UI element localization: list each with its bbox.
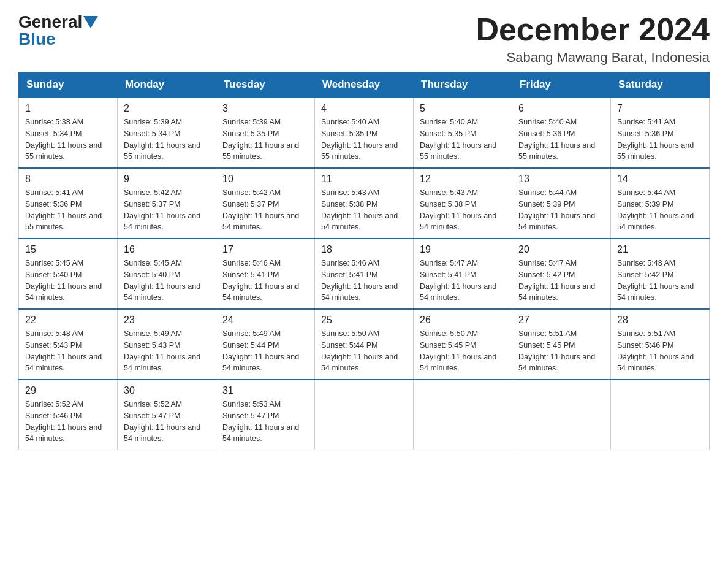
weekday-header-thursday: Thursday — [414, 72, 512, 98]
day-number: 29 — [25, 385, 111, 396]
logo: General Blue — [18, 12, 98, 49]
day-number: 7 — [617, 103, 703, 114]
week-row-4: 22Sunrise: 5:48 AMSunset: 5:43 PMDayligh… — [19, 309, 710, 380]
calendar-cell: 21Sunrise: 5:48 AMSunset: 5:42 PMDayligh… — [611, 239, 710, 309]
calendar-cell: 18Sunrise: 5:46 AMSunset: 5:41 PMDayligh… — [315, 239, 414, 309]
day-info: Sunrise: 5:41 AMSunset: 5:36 PMDaylight:… — [25, 187, 111, 233]
day-number: 19 — [420, 244, 506, 255]
calendar-cell: 30Sunrise: 5:52 AMSunset: 5:47 PMDayligh… — [118, 380, 216, 450]
week-row-1: 1Sunrise: 5:38 AMSunset: 5:34 PMDaylight… — [19, 98, 710, 168]
day-number: 21 — [617, 244, 703, 255]
day-info: Sunrise: 5:53 AMSunset: 5:47 PMDaylight:… — [222, 399, 308, 445]
calendar-cell: 28Sunrise: 5:51 AMSunset: 5:46 PMDayligh… — [611, 309, 710, 380]
day-number: 5 — [420, 103, 506, 114]
day-number: 23 — [124, 315, 210, 326]
calendar-cell: 2Sunrise: 5:39 AMSunset: 5:34 PMDaylight… — [118, 98, 216, 168]
day-number: 24 — [222, 315, 308, 326]
calendar-cell — [315, 380, 414, 450]
day-number: 15 — [25, 244, 111, 255]
day-number: 25 — [321, 315, 407, 326]
day-info: Sunrise: 5:38 AMSunset: 5:34 PMDaylight:… — [25, 117, 111, 163]
day-info: Sunrise: 5:52 AMSunset: 5:46 PMDaylight:… — [25, 399, 111, 445]
calendar-cell: 10Sunrise: 5:42 AMSunset: 5:37 PMDayligh… — [216, 168, 315, 239]
calendar-cell: 16Sunrise: 5:45 AMSunset: 5:40 PMDayligh… — [118, 239, 216, 309]
calendar-cell: 17Sunrise: 5:46 AMSunset: 5:41 PMDayligh… — [216, 239, 315, 309]
calendar-cell: 24Sunrise: 5:49 AMSunset: 5:44 PMDayligh… — [216, 309, 315, 380]
day-number: 1 — [25, 103, 111, 114]
month-title: December 2024 — [476, 12, 710, 47]
calendar-cell: 13Sunrise: 5:44 AMSunset: 5:39 PMDayligh… — [512, 168, 611, 239]
day-info: Sunrise: 5:39 AMSunset: 5:35 PMDaylight:… — [222, 117, 308, 163]
calendar-cell: 3Sunrise: 5:39 AMSunset: 5:35 PMDaylight… — [216, 98, 315, 168]
day-number: 27 — [518, 315, 604, 326]
calendar-cell: 4Sunrise: 5:40 AMSunset: 5:35 PMDaylight… — [315, 98, 414, 168]
day-info: Sunrise: 5:50 AMSunset: 5:45 PMDaylight:… — [420, 328, 506, 374]
day-number: 4 — [321, 103, 407, 114]
day-info: Sunrise: 5:48 AMSunset: 5:42 PMDaylight:… — [617, 258, 703, 304]
day-number: 14 — [617, 174, 703, 185]
weekday-header-sunday: Sunday — [19, 72, 118, 98]
calendar-cell: 22Sunrise: 5:48 AMSunset: 5:43 PMDayligh… — [19, 309, 118, 380]
day-info: Sunrise: 5:40 AMSunset: 5:36 PMDaylight:… — [518, 117, 604, 163]
calendar-cell: 14Sunrise: 5:44 AMSunset: 5:39 PMDayligh… — [611, 168, 710, 239]
day-number: 26 — [420, 315, 506, 326]
weekday-header-saturday: Saturday — [611, 72, 710, 98]
calendar-table: SundayMondayTuesdayWednesdayThursdayFrid… — [18, 72, 710, 450]
day-number: 12 — [420, 174, 506, 185]
calendar-cell: 23Sunrise: 5:49 AMSunset: 5:43 PMDayligh… — [118, 309, 216, 380]
day-info: Sunrise: 5:45 AMSunset: 5:40 PMDaylight:… — [25, 258, 111, 304]
calendar-cell: 12Sunrise: 5:43 AMSunset: 5:38 PMDayligh… — [414, 168, 512, 239]
day-info: Sunrise: 5:51 AMSunset: 5:45 PMDaylight:… — [518, 328, 604, 374]
day-info: Sunrise: 5:47 AMSunset: 5:41 PMDaylight:… — [420, 258, 506, 304]
day-info: Sunrise: 5:41 AMSunset: 5:36 PMDaylight:… — [617, 117, 703, 163]
calendar-cell: 29Sunrise: 5:52 AMSunset: 5:46 PMDayligh… — [19, 380, 118, 450]
weekday-header-tuesday: Tuesday — [216, 72, 315, 98]
calendar-header-row: SundayMondayTuesdayWednesdayThursdayFrid… — [19, 72, 710, 98]
day-info: Sunrise: 5:46 AMSunset: 5:41 PMDaylight:… — [222, 258, 308, 304]
day-info: Sunrise: 5:39 AMSunset: 5:34 PMDaylight:… — [124, 117, 210, 163]
day-number: 16 — [124, 244, 210, 255]
day-number: 20 — [518, 244, 604, 255]
day-number: 6 — [518, 103, 604, 114]
day-info: Sunrise: 5:49 AMSunset: 5:44 PMDaylight:… — [222, 328, 308, 374]
calendar-cell: 5Sunrise: 5:40 AMSunset: 5:35 PMDaylight… — [414, 98, 512, 168]
day-info: Sunrise: 5:43 AMSunset: 5:38 PMDaylight:… — [321, 187, 407, 233]
weekday-header-friday: Friday — [512, 72, 611, 98]
day-info: Sunrise: 5:43 AMSunset: 5:38 PMDaylight:… — [420, 187, 506, 233]
day-number: 13 — [518, 174, 604, 185]
calendar-cell: 20Sunrise: 5:47 AMSunset: 5:42 PMDayligh… — [512, 239, 611, 309]
weekday-header-monday: Monday — [118, 72, 216, 98]
calendar-cell: 26Sunrise: 5:50 AMSunset: 5:45 PMDayligh… — [414, 309, 512, 380]
day-info: Sunrise: 5:42 AMSunset: 5:37 PMDaylight:… — [222, 187, 308, 233]
day-info: Sunrise: 5:50 AMSunset: 5:44 PMDaylight:… — [321, 328, 407, 374]
calendar-cell: 7Sunrise: 5:41 AMSunset: 5:36 PMDaylight… — [611, 98, 710, 168]
location-subtitle: Sabang Mawang Barat, Indonesia — [476, 50, 710, 66]
day-info: Sunrise: 5:51 AMSunset: 5:46 PMDaylight:… — [617, 328, 703, 374]
calendar-cell: 15Sunrise: 5:45 AMSunset: 5:40 PMDayligh… — [19, 239, 118, 309]
day-info: Sunrise: 5:40 AMSunset: 5:35 PMDaylight:… — [420, 117, 506, 163]
day-info: Sunrise: 5:42 AMSunset: 5:37 PMDaylight:… — [124, 187, 210, 233]
calendar-cell: 27Sunrise: 5:51 AMSunset: 5:45 PMDayligh… — [512, 309, 611, 380]
day-number: 17 — [222, 244, 308, 255]
calendar-cell: 19Sunrise: 5:47 AMSunset: 5:41 PMDayligh… — [414, 239, 512, 309]
day-number: 9 — [124, 174, 210, 185]
week-row-3: 15Sunrise: 5:45 AMSunset: 5:40 PMDayligh… — [19, 239, 710, 309]
title-block: December 2024 Sabang Mawang Barat, Indon… — [476, 12, 710, 66]
day-number: 31 — [222, 385, 308, 396]
calendar-cell — [414, 380, 512, 450]
day-number: 11 — [321, 174, 407, 185]
calendar-cell: 6Sunrise: 5:40 AMSunset: 5:36 PMDaylight… — [512, 98, 611, 168]
week-row-2: 8Sunrise: 5:41 AMSunset: 5:36 PMDaylight… — [19, 168, 710, 239]
day-info: Sunrise: 5:47 AMSunset: 5:42 PMDaylight:… — [518, 258, 604, 304]
calendar-cell — [512, 380, 611, 450]
calendar-cell: 11Sunrise: 5:43 AMSunset: 5:38 PMDayligh… — [315, 168, 414, 239]
page-header: General Blue December 2024 Sabang Mawang… — [18, 12, 710, 66]
day-number: 2 — [124, 103, 210, 114]
day-info: Sunrise: 5:44 AMSunset: 5:39 PMDaylight:… — [518, 187, 604, 233]
calendar-cell: 8Sunrise: 5:41 AMSunset: 5:36 PMDaylight… — [19, 168, 118, 239]
logo-triangle-icon — [83, 16, 98, 28]
logo-blue-text: Blue — [18, 29, 56, 49]
day-number: 10 — [222, 174, 308, 185]
week-row-5: 29Sunrise: 5:52 AMSunset: 5:46 PMDayligh… — [19, 380, 710, 450]
day-info: Sunrise: 5:44 AMSunset: 5:39 PMDaylight:… — [617, 187, 703, 233]
